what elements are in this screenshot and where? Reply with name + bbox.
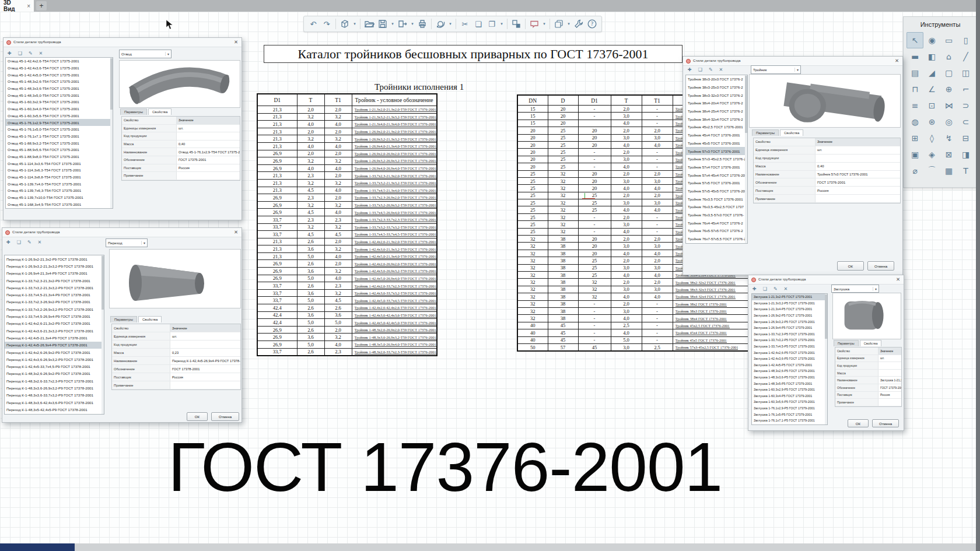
list-item[interactable]: Отвод 45-1-60,3х4,0-Т54 ГОСТ 17375-2001 [6,106,113,113]
tab-properties[interactable]: Свойства [138,316,162,322]
property-row[interactable]: Код продукции [122,132,240,141]
list-item[interactable]: Заглушка 1-48,3х5-Р5 ГОСТ 17379-2001 [752,380,827,387]
property-row[interactable]: Примечание [835,399,901,406]
property-value[interactable]: Переход К-1-42,4х5-26,9х4-Р9 ГОСТ 17378-… [170,359,240,363]
cut-icon[interactable]: ✂ [459,18,471,30]
property-row[interactable]: ОбозначениеГОСТ 17379-2001 [835,384,901,392]
part-type-dropdown[interactable]: Отвод▾ [119,50,172,58]
list-item[interactable]: Заглушка 1-76,1х7,1-Р5 ГОСТ 17379-2001 [752,417,827,424]
scrollbar-thumb[interactable] [745,76,747,133]
view-3d-dropdown-icon[interactable]: ▾ [352,22,357,26]
list-item[interactable]: Отвод 45-1-139,7х6,3-Т54 ГОСТ 17375-2001 [6,187,113,194]
list-item[interactable]: Заглушка 1-26,9х2-Р5 ГОСТ 17379-2001 [752,313,827,319]
property-row[interactable]: Примечание [112,381,240,389]
duplicate-style-icon[interactable]: ❏ [17,240,21,245]
property-value[interactable]: ГОСТ 17379-2001 [878,386,901,389]
list-item[interactable]: Заглушка 1-42,4х5-Р5 ГОСТ 17379-2001 [752,362,827,368]
list-item[interactable]: Отвод 45-1-42,4х5,0-Т54 ГОСТ 17375-2001 [6,71,113,78]
tab-parameters[interactable]: Параметры [120,108,147,115]
save-dropdown-icon[interactable]: ▾ [390,22,395,26]
list-item[interactable]: Отвод 45-1-76,1х7,1-Т54 ГОСТ 17375-2001 [6,133,113,140]
settings-wrench-icon[interactable] [573,18,584,30]
part-type-dropdown[interactable]: Тройник▾ [751,65,801,74]
dialog-titlebar[interactable]: Стили детали трубопровода✕ [748,275,904,285]
list-item[interactable]: Тройник 45х2,5 ГОСТ 17376-2001 [686,123,747,131]
property-row[interactable]: ОбозначениеГОСТ 17375-2001 [122,156,240,164]
duplicate-style-icon[interactable]: ❏ [763,286,767,292]
scrollbar-thumb[interactable] [102,256,104,310]
list-item[interactable]: Переход К-1-42,4х3,6-26,9х3,2-Р9 ГОСТ 17… [5,356,104,363]
property-row[interactable]: Масса0,23 [112,349,240,357]
tool-copy-object-icon[interactable]: ⊟ [957,130,974,146]
list-item[interactable]: Отвод 45-1-168,3х4,5-Т54 ГОСТ 17375-2001 [6,201,113,208]
tool-window-icon[interactable]: ◫ [957,65,974,81]
property-row[interactable]: Примечание [754,195,900,203]
list-item[interactable]: Переход К-1-33,7х2,3-26,9х2-Р9 ГОСТ 1737… [5,299,104,306]
orbit-dropdown-icon[interactable]: ▾ [448,22,453,26]
delete-style-icon[interactable]: ✕ [39,51,43,56]
list-item[interactable]: Отвод 45-1-48,3х5,0-Т54 ГОСТ 17375-2001 [6,92,113,99]
insert-object-icon[interactable] [510,18,522,30]
dialog-titlebar[interactable]: Стили детали трубопровода✕ [683,57,902,66]
dialog-titlebar[interactable]: Стили детали трубопровода✕ [4,38,242,47]
property-value[interactable]: Тройник 57х3 ГОСТ 17376-2001 [816,173,900,176]
property-value[interactable]: Отвод 45-1-76,1х2,9-Т54 ГОСТ 17375-2001 [177,150,240,154]
list-item[interactable]: Переход К-1-42,4х3,6-21,3х3,2-Р9 ГОСТ 17… [5,327,104,334]
delete-style-icon[interactable]: ✕ [719,67,723,72]
tool-ramp-icon[interactable]: ◢ [923,65,940,81]
list-item[interactable]: Заглушка 1-48,3х3,6-Р5 ГОСТ 17379-2001 [752,374,827,381]
list-item[interactable]: Отвод 45-1-48,3х2,6-Т54 ГОСТ 17375-2001 [6,78,113,85]
tab-properties[interactable]: Свойства [148,108,172,115]
tab-parameters[interactable]: Параметры [752,129,779,136]
list-item[interactable]: Отвод 45-1-48,3х3,6-Т54 ГОСТ 17375-2001 [6,85,113,92]
list-item[interactable]: Заглушка 1-42,4х3,6-Р5 ГОСТ 17379-2001 [752,356,827,362]
edit-style-icon[interactable]: ✎ [774,286,778,292]
tool-door-icon[interactable]: ▢ [940,65,957,81]
ok-button[interactable]: ОК [848,419,869,427]
add-style-icon[interactable]: ✚ [8,51,12,56]
tool-valve-icon[interactable]: ⋈ [940,97,957,114]
tool-stair-icon[interactable]: ▤ [907,65,923,81]
tool-fan-icon[interactable]: ⊛ [923,114,940,130]
tool-power-icon[interactable]: ↯ [940,130,957,146]
tool-axis-icon[interactable]: ∠ [923,81,940,97]
tab-close-icon[interactable]: × [27,3,30,9]
tool-duct-elbow-icon[interactable]: ⊂ [957,114,974,130]
list-item[interactable]: Тройник 38х3-25х3 ГОСТ 17376-2 [686,83,747,92]
list-item[interactable]: Переход К-1-26,9х2-21,3х2-Р9 ГОСТ 17378-… [5,255,104,262]
add-style-icon[interactable]: ✚ [6,240,10,245]
property-value[interactable]: шт. [878,356,901,360]
property-value[interactable]: ГОСТ 17375-2001 [177,158,240,162]
part-type-dropdown[interactable]: Заглушка▾ [831,285,879,293]
list-item[interactable]: Переход К-1-33,7х3,2-21,3х3,2-Р9 ГОСТ 17… [5,284,104,291]
cancel-button[interactable]: Отмена [872,419,899,427]
tool-hatch-icon[interactable]: ▦ [940,163,957,179]
list-item[interactable]: Тройник 38х4-32х4 ГОСТ 17376-2 [686,115,747,123]
scrollbar-thumb[interactable] [110,58,113,110]
property-row[interactable]: НаименованиеОтвод 45-1-76,1х2,9-Т54 ГОСТ… [122,148,240,156]
paste-dropdown-icon[interactable]: ▾ [499,22,504,26]
property-row[interactable]: ОбозначениеГОСТ 17376-2001 [754,178,900,187]
cancel-button[interactable]: Отмена [211,412,239,421]
list-item[interactable]: Тройник 45х5 ГОСТ 17376-2001 [686,139,747,148]
dialog-close-icon[interactable]: ✕ [234,39,238,45]
list-scrollbar[interactable] [102,255,104,414]
tool-pipe-stack-icon[interactable]: ≡ [907,97,923,114]
list-item[interactable]: Заглушка 1-42,4х2,6-Р5 ГОСТ 17379-2001 [752,349,827,356]
list-item[interactable]: Переход К-1-33,7х2,3-21,3х2-Р9 ГОСТ 1737… [5,277,104,284]
list-item[interactable]: Тройник 76х3,5 ГОСТ 17376-2001 [686,195,747,203]
list-item[interactable]: Отвод 45-1-139,7х10,0-Т54 ГОСТ 17375-200… [6,194,113,201]
tool-duct-round-icon[interactable]: ◎ [940,114,957,130]
property-row[interactable]: ПоставщикРоссия [112,373,240,381]
list-item[interactable]: Тройник 76х5-57х5 ГОСТ 17376-2 [686,227,747,235]
list-item[interactable]: Тройник 76х3,5-57х3 ГОСТ 17376- [686,211,747,219]
list-item[interactable]: Отвод 45-1-76,1х5,0-Т54 ГОСТ 17375-2001 [6,126,113,133]
tool-polyhedron-icon[interactable]: ◈ [923,146,940,163]
new-tab-button[interactable]: + [36,1,47,10]
property-value[interactable]: 0,40 [177,142,240,146]
open-icon[interactable] [363,18,375,30]
tool-lamp-icon[interactable]: ◊ [923,130,940,146]
tab-properties[interactable]: Свойства [860,340,882,346]
tool-equipment-icon[interactable]: ⊡ [923,97,940,114]
list-item[interactable]: Тройник 38х3-20х3 ГОСТ 17376-2 [686,75,747,83]
